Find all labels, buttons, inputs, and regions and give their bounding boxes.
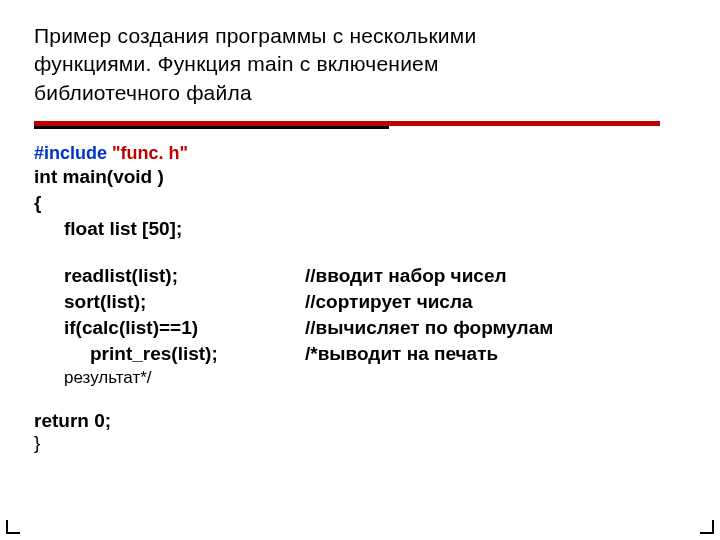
include-file: "func. h" [112,143,188,163]
gap [34,243,686,263]
open-brace: { [34,190,686,216]
result-tail: результат*/ [64,368,686,388]
return-stmt: return 0; [34,410,686,432]
comment-print: /*выводит на печать [305,341,686,367]
call-if-calc: if(calс(list)==1) [64,315,299,341]
title-line-2: функциями. Функция main с включением [34,52,439,75]
rule-black [34,126,389,129]
call-print-res: print_res(list); [64,341,299,367]
calls-block: readlist(list); //вводит набор чисел sor… [64,263,686,368]
corner-bottom-left [6,520,20,534]
title-line-3: библиотечного файла [34,81,252,104]
comment-sort: //сортирует числа [305,289,686,315]
include-directive: #include [34,143,107,163]
include-line: #include "func. h" [34,143,686,164]
title-rule [34,121,686,129]
title-line-1: Пример создания программы с несколькими [34,24,476,47]
call-readlist: readlist(list); [64,263,299,289]
main-decl: int main(void ) [34,164,686,190]
corner-bottom-right [700,520,714,534]
call-sort: sort(list); [64,289,299,315]
comment-calc: //вычисляет по формулам [305,315,686,341]
array-decl: float list [50]; [34,216,686,242]
slide-title: Пример создания программы с несколькими … [34,22,686,107]
slide: Пример создания программы с несколькими … [0,0,720,540]
comment-readlist: //вводит набор чисел [305,263,686,289]
close-brace: } [34,432,686,454]
